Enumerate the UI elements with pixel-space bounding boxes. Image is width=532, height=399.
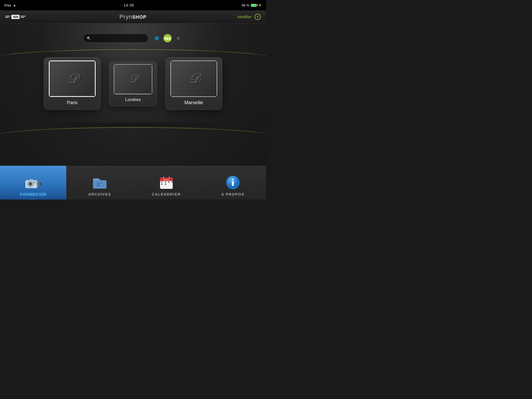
svg-rect-18 bbox=[169, 176, 170, 179]
view-toggles: 🌐 ▮▮▮ ⊞ bbox=[152, 34, 183, 42]
device-label: iPad bbox=[4, 3, 11, 7]
search-area: 🔍 🌐 ▮▮▮ ⊞ bbox=[83, 34, 183, 43]
status-bar: iPad ▲ 14:38 99 % ⚡ bbox=[0, 0, 266, 10]
card-paris-logo: 𝒟 bbox=[66, 72, 78, 85]
svg-point-4 bbox=[30, 183, 31, 184]
battery-icon bbox=[251, 4, 257, 7]
wifi-icon: ▲ bbox=[13, 3, 16, 7]
tab-calendrier[interactable]: Monday CALENDRIER bbox=[133, 166, 200, 200]
svg-rect-17 bbox=[163, 176, 164, 179]
brand-logo: PrynSHOP bbox=[119, 14, 147, 20]
logo-line-3 bbox=[21, 16, 26, 16]
card-paris[interactable]: 𝒟 Paris bbox=[44, 57, 101, 110]
tab-calendrier-label: CALENDRIER bbox=[152, 192, 181, 196]
modifier-button[interactable]: Modifier bbox=[238, 15, 251, 19]
tab-connexion-label: CONNEXION bbox=[20, 192, 46, 196]
card-marseille[interactable]: 𝒟 Marseille bbox=[165, 57, 222, 110]
map-view-button[interactable]: ⊞ bbox=[174, 34, 183, 42]
tab-archives[interactable]: ARCHIVES bbox=[66, 166, 133, 200]
logo-line-4 bbox=[21, 17, 24, 18]
search-bar[interactable]: 🔍 bbox=[83, 34, 148, 43]
logo-line-2 bbox=[5, 17, 9, 18]
svg-rect-33 bbox=[232, 181, 234, 186]
svg-point-28 bbox=[171, 182, 173, 183]
bars-icon: ▮▮▮ bbox=[164, 36, 171, 40]
calendar-icon: Monday bbox=[159, 175, 174, 190]
svg-rect-6 bbox=[29, 179, 33, 181]
add-button[interactable]: + bbox=[255, 14, 261, 20]
card-marseille-image: 𝒟 bbox=[170, 61, 217, 97]
card-londres[interactable]: 𝒟 Londres bbox=[109, 61, 157, 106]
shelf-shadow bbox=[13, 121, 253, 129]
charging-icon: ⚡ bbox=[258, 4, 262, 7]
card-paris-image: 𝒟 bbox=[49, 61, 96, 97]
tab-archives-label: ARCHIVES bbox=[88, 192, 111, 196]
camera-icon-wrap bbox=[24, 177, 42, 191]
cards-area: 𝒟 Paris 𝒟 Londres 𝒟 Marseille bbox=[44, 57, 222, 110]
card-paris-label: Paris bbox=[67, 100, 77, 105]
clock: 14:38 bbox=[124, 3, 134, 7]
calendar-icon-wrap: Monday bbox=[159, 175, 174, 191]
svg-point-32 bbox=[232, 179, 234, 180]
battery-percent: 99 % bbox=[242, 3, 249, 7]
card-marseille-label: Marseille bbox=[184, 100, 203, 105]
card-londres-logo: 𝒟 bbox=[129, 74, 137, 84]
folder-icon bbox=[92, 177, 108, 190]
svg-point-29 bbox=[161, 184, 162, 185]
logo-line-1 bbox=[5, 16, 10, 16]
svg-point-10 bbox=[40, 183, 41, 184]
svg-text:Monday: Monday bbox=[163, 179, 169, 181]
info-icon-wrap bbox=[226, 175, 240, 191]
grid-view-button[interactable]: ▮▮▮ bbox=[163, 34, 172, 42]
svg-point-30 bbox=[165, 184, 166, 185]
camera-icon bbox=[24, 177, 42, 190]
nav-bar: VEB PrynSHOP Modifier + bbox=[0, 10, 266, 23]
svg-point-27 bbox=[168, 182, 169, 183]
svg-rect-5 bbox=[33, 181, 36, 183]
app-logo: VEB bbox=[5, 15, 26, 19]
tab-apropos[interactable]: A PROPOS bbox=[200, 166, 266, 200]
info-icon bbox=[226, 175, 240, 190]
svg-point-26 bbox=[165, 182, 166, 183]
tab-bar: CONNEXION ARCHIVES bbox=[0, 166, 266, 200]
globe-icon: 🌐 bbox=[155, 36, 159, 40]
card-marseille-logo: 𝒟 bbox=[188, 72, 200, 85]
tab-connexion[interactable]: CONNEXION bbox=[0, 166, 66, 200]
map-icon: ⊞ bbox=[177, 36, 180, 40]
globe-view-button[interactable]: 🌐 bbox=[152, 34, 161, 42]
card-londres-image: 𝒟 bbox=[114, 64, 152, 94]
search-icon: 🔍 bbox=[87, 36, 91, 40]
arc-bottom bbox=[0, 127, 266, 148]
folder-icon-wrap bbox=[92, 177, 108, 191]
svg-point-25 bbox=[161, 182, 162, 183]
logo-badge: VEB bbox=[11, 15, 19, 19]
card-londres-label: Londres bbox=[125, 97, 141, 102]
tab-apropos-label: A PROPOS bbox=[221, 192, 244, 196]
